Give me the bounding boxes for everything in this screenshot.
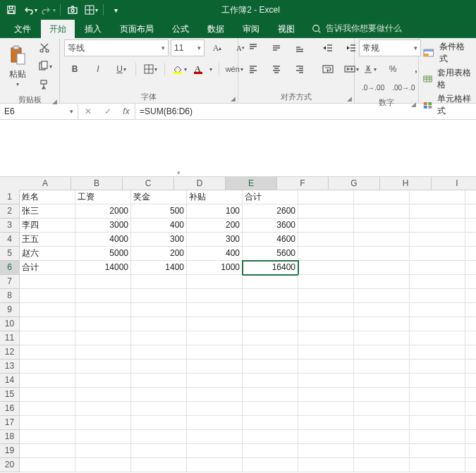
cell[interactable] <box>75 388 131 402</box>
cell[interactable] <box>20 388 75 402</box>
cell[interactable] <box>298 360 354 374</box>
cell[interactable] <box>243 303 298 317</box>
cell[interactable] <box>131 345 187 360</box>
align-middle-button[interactable] <box>266 39 287 56</box>
cell[interactable] <box>298 402 354 416</box>
cell[interactable] <box>465 388 476 402</box>
cell[interactable] <box>243 331 298 345</box>
row-header[interactable]: 1 <box>0 190 20 204</box>
tab-view[interactable]: 视图 <box>269 20 303 38</box>
fill-color-button[interactable]: ▾ <box>169 61 190 78</box>
cell[interactable] <box>75 430 131 444</box>
cell[interactable] <box>465 289 476 303</box>
formula-bar[interactable]: =SUM(B6:D6) <box>135 104 476 119</box>
cell[interactable] <box>465 331 476 345</box>
col-header[interactable]: H <box>380 177 432 190</box>
italic-button[interactable]: I <box>87 61 109 78</box>
cell[interactable] <box>410 416 465 430</box>
cell[interactable] <box>131 275 187 289</box>
cell[interactable] <box>354 402 410 416</box>
cell[interactable] <box>298 416 354 430</box>
cell[interactable] <box>20 430 75 444</box>
cell[interactable] <box>465 416 476 430</box>
border-button[interactable]: ▾ <box>140 61 161 78</box>
cell[interactable] <box>465 444 476 458</box>
cell[interactable] <box>298 261 354 275</box>
cell[interactable] <box>298 233 354 247</box>
cell[interactable] <box>410 388 465 402</box>
cell[interactable] <box>20 360 75 374</box>
cell[interactable] <box>465 219 476 233</box>
cell[interactable]: 奖金 <box>131 190 187 204</box>
cell[interactable] <box>20 317 75 331</box>
col-header[interactable]: F <box>277 177 329 190</box>
col-header[interactable]: G <box>329 177 380 190</box>
cell[interactable] <box>187 402 243 416</box>
cell[interactable] <box>243 444 298 458</box>
cell[interactable] <box>187 331 243 345</box>
cell[interactable] <box>298 275 354 289</box>
cell[interactable] <box>187 444 243 458</box>
row-header[interactable]: 2 <box>0 204 20 219</box>
cell[interactable]: 补贴 <box>187 190 243 204</box>
tell-me[interactable]: 告诉我你想要做什么 <box>305 19 409 38</box>
cell[interactable] <box>75 458 131 472</box>
cell[interactable] <box>131 430 187 444</box>
cell[interactable] <box>354 219 410 233</box>
cell[interactable] <box>131 360 187 374</box>
cell[interactable]: 400 <box>187 247 243 261</box>
row-header[interactable]: 19 <box>0 444 20 458</box>
col-header[interactable]: B <box>71 177 123 190</box>
cell[interactable] <box>298 345 354 360</box>
cell[interactable] <box>20 402 75 416</box>
cell[interactable] <box>75 275 131 289</box>
cell[interactable] <box>131 388 187 402</box>
copy-button[interactable]: ▾ <box>34 58 55 75</box>
row-header[interactable]: 20 <box>0 458 20 472</box>
tab-review[interactable]: 审阅 <box>234 20 268 38</box>
cell[interactable] <box>75 402 131 416</box>
cell[interactable] <box>410 374 465 388</box>
cell[interactable] <box>187 289 243 303</box>
row-header[interactable]: 18 <box>0 430 20 444</box>
cell[interactable] <box>131 444 187 458</box>
cell[interactable] <box>298 374 354 388</box>
cell[interactable] <box>410 402 465 416</box>
cell[interactable] <box>410 261 465 275</box>
cell[interactable]: 1400 <box>131 261 187 275</box>
cell[interactable] <box>131 289 187 303</box>
cell[interactable]: 14000 <box>75 261 131 275</box>
cell[interactable] <box>75 303 131 317</box>
cell[interactable] <box>354 345 410 360</box>
cell[interactable]: 合计 <box>20 261 75 275</box>
fx-icon[interactable]: fx <box>118 106 135 116</box>
cell[interactable] <box>354 430 410 444</box>
underline-button[interactable]: U▾ <box>111 61 132 78</box>
cell[interactable] <box>243 289 298 303</box>
cell[interactable]: 4600 <box>243 233 298 247</box>
cell[interactable] <box>298 204 354 219</box>
cell[interactable]: 5600 <box>243 247 298 261</box>
row-header[interactable]: 17 <box>0 416 20 430</box>
formula-bar-expand-icon[interactable]: ▾ <box>173 169 183 176</box>
cell[interactable] <box>354 289 410 303</box>
cell[interactable] <box>131 331 187 345</box>
cell[interactable] <box>354 388 410 402</box>
cell[interactable] <box>465 233 476 247</box>
cell[interactable] <box>410 430 465 444</box>
row-header[interactable]: 9 <box>0 303 20 317</box>
undo-icon[interactable]: ▾ <box>21 1 38 18</box>
cell[interactable]: 3000 <box>75 219 131 233</box>
cell[interactable] <box>131 402 187 416</box>
cell[interactable] <box>243 416 298 430</box>
cell[interactable]: 赵六 <box>20 247 75 261</box>
cell[interactable] <box>298 331 354 345</box>
cell[interactable] <box>354 275 410 289</box>
cell[interactable] <box>243 430 298 444</box>
cell[interactable] <box>298 303 354 317</box>
cell[interactable] <box>20 374 75 388</box>
tab-home[interactable]: 开始 <box>41 20 75 38</box>
col-header[interactable]: C <box>123 177 174 190</box>
cell[interactable] <box>298 247 354 261</box>
cell[interactable] <box>465 345 476 360</box>
